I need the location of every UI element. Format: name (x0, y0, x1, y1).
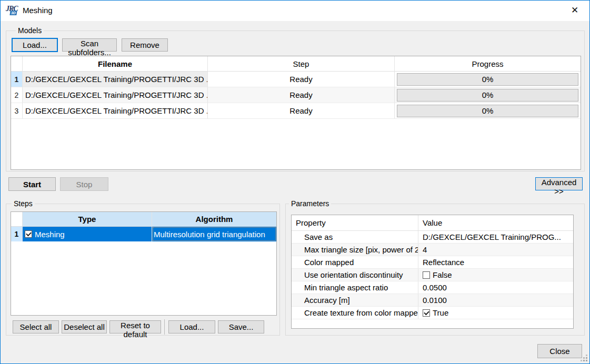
parameter-name: Accuracy [m] (292, 294, 418, 306)
parameter-name: Min triangle aspect ratio (292, 281, 418, 294)
models-header-step[interactable]: Step (208, 56, 395, 71)
step-type-label: Meshing (35, 230, 65, 239)
steps-header-rownum (11, 212, 23, 226)
parameter-value: False (433, 270, 452, 279)
models-table: Filename Step Progress 1 D:/GEXCEL/GEXCE… (11, 56, 581, 170)
model-step-cell[interactable]: Ready (208, 87, 395, 103)
model-row[interactable]: 2 D:/GEXCEL/GEXCEL Training/PROGETTI/JRC… (11, 87, 581, 103)
button-separator (164, 319, 165, 335)
progress-bar: 0% (397, 73, 578, 86)
models-header-filename[interactable]: Filename (23, 56, 208, 71)
model-filename-cell[interactable]: D:/GEXCEL/GEXCEL Training/PROGETTI/JRC 3… (23, 72, 208, 87)
parameters-table: Property Value Save as D:/GEXCEL/GEXCEL … (291, 215, 574, 329)
parameter-value-cell[interactable]: True (418, 307, 573, 319)
progress-bar: 0% (397, 89, 578, 102)
steps-table: Type Algorithm 1 Meshing Multiresolution… (11, 211, 277, 316)
parameters-groupbox: Parameters Property Value Save as D:/GEX… (285, 204, 585, 336)
parameter-checkbox-checked[interactable] (423, 309, 430, 317)
model-row-number[interactable]: 2 (11, 87, 23, 103)
app-icon: JRC 3D (6, 5, 19, 16)
load-models-button[interactable]: Load... (12, 38, 58, 52)
progress-bar: 0% (397, 105, 578, 117)
window-title: Meshing (23, 6, 53, 15)
parameters-header-value: Value (418, 215, 573, 230)
stop-button: Stop (60, 177, 108, 191)
model-row-number[interactable]: 3 (11, 103, 23, 119)
model-step-cell[interactable]: Ready (208, 72, 395, 87)
model-progress-cell: 0% (395, 72, 581, 87)
parameter-row[interactable]: Color mapped Reflectance (292, 256, 573, 269)
title-bar[interactable]: JRC 3D Meshing ✕ (1, 1, 589, 21)
parameter-value[interactable]: Reflectance (418, 256, 573, 268)
advanced-toggle-button[interactable]: Advanced >> (535, 177, 583, 190)
parameter-name: Save as (292, 231, 418, 243)
parameter-name: Max triangle size [pix, power of 2] (292, 244, 418, 256)
models-table-header: Filename Step Progress (11, 56, 581, 72)
steps-header-type[interactable]: Type (23, 212, 152, 226)
parameter-row[interactable]: Save as D:/GEXCEL/GEXCEL Training/PROG..… (292, 231, 573, 244)
parameter-row[interactable]: Create texture from color mapped True (292, 307, 573, 319)
start-button[interactable]: Start (8, 177, 56, 191)
save-steps-button[interactable]: Save... (218, 320, 264, 333)
model-filename-cell[interactable]: D:/GEXCEL/GEXCEL Training/PROGETTI/JRC 3… (23, 87, 208, 103)
models-groupbox: Models Load... Scan subfolders... Remove… (6, 31, 585, 171)
steps-group-label: Steps (12, 199, 35, 208)
step-type-cell[interactable]: Meshing (23, 227, 152, 241)
step-row-number[interactable]: 1 (11, 227, 23, 241)
load-steps-button[interactable]: Load... (168, 320, 215, 333)
remove-button[interactable]: Remove (122, 38, 168, 52)
models-header-rownum (11, 56, 23, 71)
parameters-header-property: Property (292, 215, 418, 230)
parameter-row[interactable]: Use orientation discontinuity False (292, 269, 573, 281)
model-step-cell[interactable]: Ready (208, 103, 395, 119)
model-row[interactable]: 3 D:/GEXCEL/GEXCEL Training/PROGETTI/JRC… (11, 103, 581, 119)
resize-grip[interactable] (581, 355, 587, 361)
scan-subfolders-button[interactable]: Scan subfolders... (62, 38, 117, 52)
model-progress-cell: 0% (395, 103, 581, 119)
steps-header-algorithm[interactable]: Algorithm (152, 212, 276, 226)
step-row[interactable]: 1 Meshing Multiresolution grid triangula… (11, 227, 276, 241)
parameter-value[interactable]: 0.0500 (418, 281, 573, 294)
parameter-value-cell[interactable]: False (418, 269, 573, 281)
models-header-progress[interactable]: Progress (395, 56, 581, 71)
models-group-label: Models (16, 26, 44, 35)
parameter-name: Use orientation discontinuity (292, 269, 418, 281)
steps-table-header: Type Algorithm (11, 212, 276, 227)
step-algorithm-cell[interactable]: Multiresolution grid triangulation (152, 227, 276, 241)
meshing-dialog: JRC 3D Meshing ✕ Models Load... Scan sub… (0, 0, 590, 364)
model-row[interactable]: 1 D:/GEXCEL/GEXCEL Training/PROGETTI/JRC… (11, 72, 581, 87)
close-button[interactable]: Close (537, 344, 582, 358)
select-all-button[interactable]: Select all (13, 320, 59, 333)
parameter-name: Create texture from color mapped (292, 307, 418, 319)
parameter-row[interactable]: Max triangle size [pix, power of 2] 4 (292, 244, 573, 256)
parameters-group-label: Parameters (289, 199, 331, 208)
parameter-name: Color mapped (292, 256, 418, 268)
parameters-table-header: Property Value (292, 215, 573, 231)
parameter-value[interactable]: 4 (418, 244, 573, 256)
step-enabled-checkbox[interactable] (25, 230, 32, 238)
steps-groupbox: Steps Type Algorithm 1 Meshing Multireso… (6, 204, 280, 336)
model-progress-cell: 0% (395, 87, 581, 103)
app-icon-badge: 3D (9, 11, 17, 15)
parameter-value: True (433, 308, 448, 317)
parameter-value[interactable]: D:/GEXCEL/GEXCEL Training/PROG... (418, 231, 573, 243)
parameter-value[interactable]: 0.0100 (418, 294, 573, 306)
model-filename-cell[interactable]: D:/GEXCEL/GEXCEL Training/PROGETTI/JRC 3… (23, 103, 208, 119)
deselect-all-button[interactable]: Deselect all (62, 320, 107, 333)
parameter-row[interactable]: Min triangle aspect ratio 0.0500 (292, 281, 573, 294)
model-row-number[interactable]: 1 (11, 72, 23, 87)
reset-to-default-button[interactable]: Reset to default (109, 320, 161, 333)
parameter-row[interactable]: Accuracy [m] 0.0100 (292, 294, 573, 307)
parameter-checkbox-unchecked[interactable] (423, 271, 430, 279)
close-icon[interactable]: ✕ (564, 3, 585, 18)
